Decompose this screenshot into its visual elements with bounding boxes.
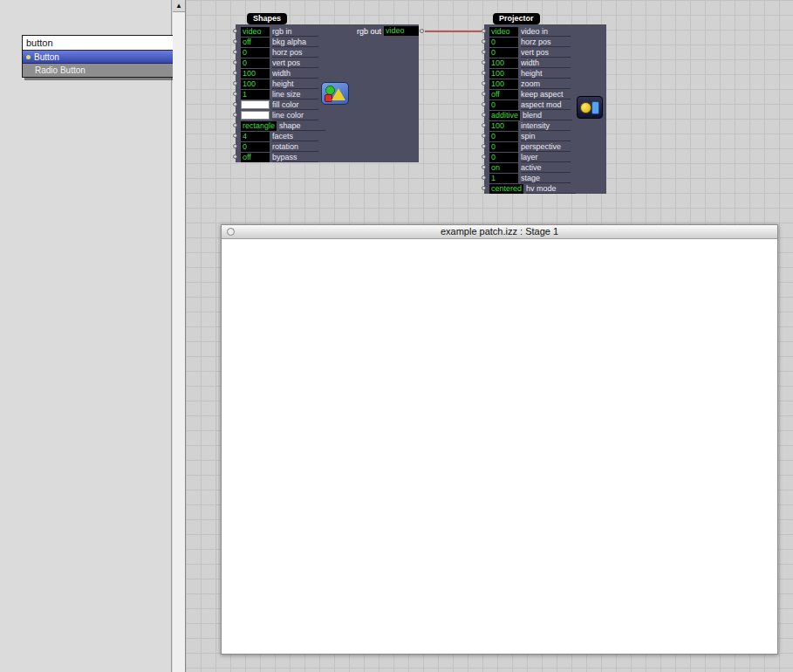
input-port[interactable] <box>233 50 237 54</box>
input-port[interactable] <box>233 71 237 75</box>
input-port[interactable] <box>482 134 486 138</box>
actor-title[interactable]: Projector <box>493 13 540 24</box>
port-label: spin <box>521 132 571 141</box>
port-value[interactable]: rectangle <box>241 121 277 131</box>
port-row: 100 height <box>484 68 606 79</box>
port-value[interactable]: 0 <box>241 58 270 68</box>
port-value[interactable]: additive <box>489 111 520 120</box>
port-label: stage <box>521 174 571 183</box>
input-port[interactable] <box>482 165 486 169</box>
output-port[interactable] <box>420 29 424 33</box>
port-value[interactable]: 100 <box>241 79 270 89</box>
port-value[interactable]: off <box>241 38 270 47</box>
port-label: perspective <box>521 142 571 152</box>
shapes-preview-icon <box>321 82 349 105</box>
input-port[interactable] <box>482 60 486 65</box>
port-value[interactable]: on <box>489 163 518 173</box>
toolbox-item-radio-button[interactable]: Radio Button <box>23 64 174 77</box>
port-label: vert pos <box>521 48 571 58</box>
port-label: hv mode <box>526 184 576 194</box>
scroll-up-arrow-icon[interactable]: ▲ <box>173 0 185 12</box>
port-value[interactable]: 0 <box>241 48 270 58</box>
port-row: centered hv mode <box>484 183 606 194</box>
toolbox-search-input[interactable] <box>23 36 174 51</box>
port-label: horz pos <box>521 38 571 47</box>
port-value[interactable]: 100 <box>489 69 518 79</box>
input-port[interactable] <box>233 29 237 33</box>
port-value[interactable]: video <box>489 27 518 37</box>
port-label: active <box>521 163 571 173</box>
color-swatch[interactable] <box>241 111 270 120</box>
port-value[interactable]: 0 <box>489 38 518 47</box>
input-port[interactable] <box>482 50 486 54</box>
port-value[interactable]: 0 <box>489 153 518 162</box>
input-port[interactable] <box>482 81 486 86</box>
port-row: 0 vert pos <box>484 47 606 58</box>
input-port[interactable] <box>233 134 237 138</box>
input-port[interactable] <box>482 113 486 117</box>
input-port[interactable] <box>233 113 237 117</box>
input-port[interactable] <box>233 154 237 159</box>
port-label: aspect mod <box>521 100 571 110</box>
input-port[interactable] <box>482 144 486 148</box>
port-value[interactable]: 1 <box>241 90 270 99</box>
input-port[interactable] <box>482 175 486 180</box>
input-port[interactable] <box>482 71 486 75</box>
port-row: off bkg alpha <box>236 37 419 47</box>
port-value[interactable]: 100 <box>489 58 518 68</box>
port-value[interactable]: 1 <box>489 174 518 183</box>
port-label: rotation <box>272 142 318 152</box>
port-value[interactable]: 0 <box>489 132 518 141</box>
port-row: 100 intensity <box>484 120 606 131</box>
port-value[interactable]: 4 <box>241 132 270 141</box>
port-value[interactable]: 0 <box>489 48 518 58</box>
input-port[interactable] <box>482 154 486 159</box>
port-row: 100 width <box>236 68 419 79</box>
input-port[interactable] <box>233 60 237 65</box>
port-label: line size <box>272 90 318 99</box>
close-button[interactable] <box>227 228 235 236</box>
toolbox-item-label: Button <box>34 52 59 62</box>
actor-shapes[interactable]: Shapes video rgb in off bkg alpha 0 horz… <box>236 24 419 162</box>
toolbox-item-button[interactable]: Button <box>23 51 174 64</box>
port-value[interactable]: 100 <box>489 121 518 131</box>
color-swatch[interactable] <box>241 100 270 109</box>
actor-title[interactable]: Shapes <box>247 13 287 24</box>
input-port[interactable] <box>482 39 486 44</box>
port-row: 0 perspective <box>484 141 606 152</box>
input-port[interactable] <box>233 123 237 127</box>
input-port[interactable] <box>482 186 486 190</box>
vertical-scrollbar[interactable]: ▲ <box>173 0 186 672</box>
port-label: line color <box>272 111 318 120</box>
bullet-icon <box>26 55 31 59</box>
port-row: 4 facets <box>236 131 419 141</box>
input-port[interactable] <box>233 39 237 44</box>
port-value[interactable]: 100 <box>241 69 270 79</box>
input-port[interactable] <box>482 92 486 96</box>
port-value[interactable]: off <box>489 90 518 99</box>
input-port[interactable] <box>233 92 237 96</box>
input-port[interactable] <box>233 81 237 86</box>
output-value[interactable]: video <box>384 26 419 36</box>
port-value[interactable]: video <box>241 27 270 37</box>
port-value[interactable]: off <box>241 153 270 162</box>
input-port[interactable] <box>482 29 486 33</box>
input-port[interactable] <box>233 102 237 106</box>
triangle-shape-icon <box>332 88 345 100</box>
actor-projector[interactable]: Projector video video in 0 horz pos 0 ve… <box>484 24 606 194</box>
port-value[interactable]: 100 <box>489 79 518 89</box>
input-port[interactable] <box>482 102 486 106</box>
stage-titlebar[interactable]: example patch.izz : Stage 1 <box>222 225 777 239</box>
port-row: 0 layer <box>484 152 606 162</box>
input-port[interactable] <box>233 144 237 148</box>
patch-canvas[interactable]: Shapes video rgb in off bkg alpha 0 horz… <box>186 0 793 672</box>
toolbox-pane: Button Radio Button <box>0 0 172 672</box>
projector-icon <box>577 96 603 119</box>
port-value[interactable]: 0 <box>489 100 518 110</box>
input-port[interactable] <box>482 123 486 127</box>
projector-lens-icon <box>580 102 591 113</box>
port-value[interactable]: 0 <box>241 142 270 152</box>
port-value[interactable]: 0 <box>489 142 518 152</box>
toolbox-item-label: Radio Button <box>35 65 85 75</box>
port-value[interactable]: centered <box>489 184 523 194</box>
